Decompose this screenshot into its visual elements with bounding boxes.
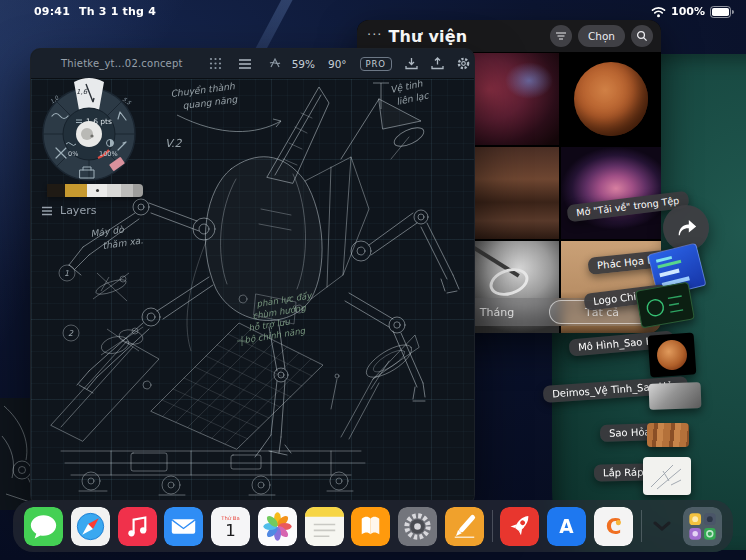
dock-app-notes[interactable] [305,507,344,546]
drag-thumb-mars-surface[interactable] [647,423,689,447]
swatch-gold[interactable] [65,184,87,197]
concepts-letter: C [605,514,621,539]
search-button[interactable] [631,25,653,47]
calendar-weekday: Thứ Ba [220,515,239,521]
search-icon [636,30,648,42]
wifi-icon [651,6,666,18]
dock-app-music[interactable] [118,507,157,546]
swatch-gray-2[interactable] [121,184,133,197]
precision-grid-icon[interactable] [209,57,222,70]
battery-icon [710,6,734,18]
dock-app-safari[interactable] [71,507,110,546]
status-bar: 09:41 Th 3 1 thg 4 100% [0,0,746,22]
mars-sphere [574,62,648,136]
drag-thumb-deimos[interactable] [649,382,702,410]
dock-app-calendar[interactable]: Thứ Ba 1 [211,507,250,546]
dock-app-messages[interactable] [24,507,63,546]
clock: 09:41 [34,5,70,18]
battery-percent: 100% [671,5,705,18]
swatch-gray-3[interactable] [133,184,143,197]
drag-thumb-mars-model[interactable] [648,332,697,377]
photo-tile-mars-globe[interactable] [561,53,661,145]
layers-list-icon [41,206,53,216]
select-button[interactable]: Chọn [578,25,625,47]
layers-panel-icon[interactable] [238,58,252,70]
selection-lasso-icon[interactable] [268,57,282,70]
dock-app-books[interactable] [351,507,390,546]
document-filename[interactable]: Thietke_yt...02.concept [61,58,183,69]
appstore-letter: A [559,516,574,537]
drag-thumb-assembly[interactable] [643,457,691,495]
dock-divider-2 [641,510,642,542]
selected-dot [96,189,99,192]
tool-wheel[interactable]: 1,6 1,0 5,5 0,9 1,6 pts 0% 100% [36,72,146,201]
swatch-white-selected[interactable] [87,184,107,197]
dock-app-mail[interactable] [164,507,203,546]
satellite-dish-ring [486,263,532,300]
canvas-corner-fragment [0,398,34,510]
swatch-black[interactable] [47,184,65,197]
photos-title: Thư viện [388,27,467,46]
dock-divider [492,510,493,542]
settings-gear-icon[interactable] [457,57,470,70]
concepts-app-window: Thietke_yt...02.concept 59% 90° PRO [30,48,475,505]
mars-model-sphere [656,339,688,371]
dock-app-concepts[interactable]: C [594,507,633,546]
layers-button[interactable]: Layers [41,204,96,217]
wheel-opacity-max: 100% [99,150,118,158]
pro-badge[interactable]: PRO [360,57,392,71]
dock-app-appstore[interactable]: A [547,507,586,546]
filter-button[interactable] [550,25,572,47]
chevron-down-icon [653,521,671,531]
dock-app-settings[interactable] [398,507,437,546]
annotation-version: V.2 [165,137,183,150]
dock-app-library[interactable] [683,507,722,546]
filter-lines-icon [555,31,567,41]
annotation-number-2: 2 [68,329,74,338]
dock: Thứ Ba 1 [13,500,733,552]
annotation-probe-2: thăm xa. [102,234,144,251]
zoom-level[interactable]: 59% [292,58,315,70]
dock-app-photos[interactable] [258,507,297,546]
annotation-number-1: 1 [64,269,69,278]
import-icon[interactable] [405,57,418,70]
rotation-value[interactable]: 90° [328,58,347,70]
forward-arrow-icon [673,216,699,240]
photo-tile-orion-nebula[interactable] [561,147,661,239]
wheel-opacity-min: 0% [68,150,78,158]
color-swatch-bar[interactable] [47,184,143,197]
ipad-screen: ··· Thư viện Chọn [0,0,746,560]
dock-app-rocket[interactable] [500,507,539,546]
more-options-icon[interactable]: ··· [367,27,382,42]
calendar-day: 1 [225,521,236,540]
decal-line [659,269,679,278]
export-icon[interactable] [431,57,444,70]
dock-collapse-button[interactable] [649,521,675,531]
dock-app-sketch-pen[interactable] [445,507,484,546]
date: Th 3 1 thg 4 [79,5,156,18]
assembly-sketch-icon [643,457,691,495]
wheel-active-size: 1,6 [76,88,88,96]
swatch-gray-1[interactable] [107,184,121,197]
layers-label: Layers [60,204,96,217]
